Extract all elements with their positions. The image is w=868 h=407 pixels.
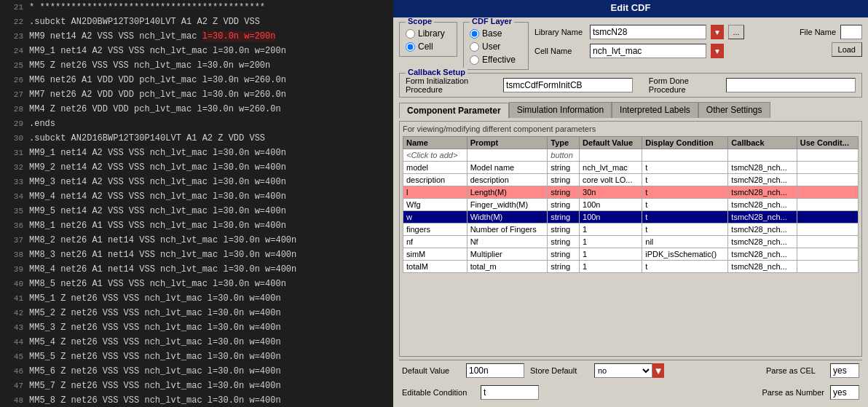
store-default-label: Store Default	[530, 366, 588, 375]
code-panel: 21* ************************************…	[0, 0, 393, 407]
form-init-label: Form Initialization Procedure	[406, 76, 496, 94]
code-line: 26MM6 net26 A1 VDD VDD pch_lvt_mac l=30.…	[0, 73, 393, 87]
table-row[interactable]: modelModel namestringnch_lvt_macttsmcN28…	[403, 162, 859, 174]
col-name[interactable]: Name	[403, 137, 467, 149]
col-use[interactable]: Use Condit...	[797, 137, 858, 149]
code-line: 28MM4 Z net26 VDD VDD pch_lvt_mac l=30.0…	[0, 102, 393, 116]
form-done-input[interactable]	[726, 78, 856, 92]
code-line: 39MM8_4 net26 A1 net14 VSS nch_lvt_mac l…	[0, 262, 393, 277]
store-default-select[interactable]: no yes	[594, 363, 652, 378]
parse-number-value[interactable]	[830, 385, 859, 400]
table-row[interactable]: lLength(M)string30nttsmcN28_nch...	[403, 186, 859, 199]
edit-panel: Edit CDF Scope Library Cell CDF Layer	[393, 0, 868, 407]
code-line: 43MM5_3 Z net26 VSS VSS nch_lvt_mac l=30…	[0, 320, 393, 335]
code-line: 34MM9_4 net14 A2 VSS VSS nch_lvt_mac l=3…	[0, 189, 393, 204]
cell-name-label: Cell Name	[534, 47, 585, 55]
default-value-input[interactable]	[466, 363, 524, 378]
parse-cel-label: Parse as CEL	[766, 366, 824, 375]
code-line: 25MM5 Z net26 VSS VSS nch_lvt_mac l=30.0…	[0, 58, 393, 73]
lib-name-input[interactable]	[590, 25, 706, 39]
code-line: 31MM9_1 net14 A2 VSS VSS nch_lvt_mac l=3…	[0, 146, 393, 160]
col-display[interactable]: Display Condition	[642, 137, 728, 149]
cdf-base-radio[interactable]	[470, 29, 479, 39]
code-line: 24MM9_1 net14 A2 VSS VSS nch_lvt_mac l=3…	[0, 44, 393, 58]
code-line: 32MM9_2 net14 A2 VSS VSS nch_lvt_mac l=3…	[0, 160, 393, 175]
tab-content: For viewing/modifying different componen…	[399, 121, 862, 357]
tab-other-settings[interactable]: Other Settings	[698, 102, 770, 118]
code-line: 45MM5_5 Z net26 VSS VSS nch_lvt_mac l=30…	[0, 349, 393, 364]
default-value-label: Default Value	[402, 366, 460, 375]
col-callback[interactable]: Callback	[728, 137, 797, 149]
code-line: 27MM7 net26 A2 VDD VDD pch_lvt_mac l=30.…	[0, 87, 393, 102]
code-line: 35MM9_5 net14 A2 VSS VSS nch_lvt_mac l=3…	[0, 204, 393, 218]
callback-title: Callback Setup	[406, 68, 467, 76]
code-line: 21* ************************************…	[0, 0, 393, 15]
code-line: 48MM5_8 Z net26 VSS VSS nch_lvt_mac l=30…	[0, 393, 393, 407]
store-default-dropdown-btn[interactable]: ▼	[652, 363, 664, 378]
editable-cond-label: Editable Condition	[402, 388, 475, 397]
editable-cond-input[interactable]	[481, 385, 539, 400]
code-line: 33MM9_3 net14 A2 VSS VSS nch_lvt_mac l=3…	[0, 175, 393, 189]
code-line: 40MM8_5 net26 A1 VSS VSS nch_lvt_mac l=3…	[0, 277, 393, 291]
cdf-effective-radio[interactable]	[470, 55, 479, 65]
code-line: 37MM8_2 net26 A1 net14 VSS nch_lvt_mac l…	[0, 233, 393, 248]
callback-setup: Callback Setup Form Initialization Proce…	[399, 73, 862, 98]
cdf-user-label: User	[482, 42, 500, 52]
param-table: Name Prompt Type Default Value Display C…	[403, 136, 859, 273]
bottom-row2: Editable Condition Parse as Number	[399, 384, 862, 403]
col-type[interactable]: Type	[548, 137, 580, 149]
table-row[interactable]: simMMultiplierstring1iPDK_isSchematic()t…	[403, 248, 859, 261]
table-row[interactable]: WfgFinger_width(M)string100nttsmcN28_nch…	[403, 199, 859, 211]
cdf-effective-label: Effective	[482, 55, 516, 65]
col-prompt[interactable]: Prompt	[467, 137, 548, 149]
code-line: 22.subckt AN2D0BWP12T30P140LVT A1 A2 Z V…	[0, 15, 393, 29]
code-line: 29.ends	[0, 116, 393, 131]
code-line: 47MM5_7 Z net26 VSS VSS nch_lvt_mac l=30…	[0, 379, 393, 393]
bottom-controls: Default Value Store Default no yes ▼ Par…	[399, 360, 862, 381]
title-bar: Edit CDF	[393, 0, 868, 17]
tabs-row: Component Parameter Simulation Informati…	[399, 102, 862, 118]
scope-cell-label: Cell	[418, 42, 433, 52]
scope-group: Scope Library Cell	[399, 22, 457, 57]
scope-title: Scope	[406, 17, 434, 25]
cdf-layer-group: CDF Layer Base User Effective	[463, 22, 529, 70]
title-label: Edit CDF	[611, 2, 651, 13]
table-row[interactable]: descriptiondescriptionstringcore volt LO…	[403, 174, 859, 186]
load-button[interactable]: Load	[832, 42, 862, 57]
form-done-label: Form Done Procedure	[649, 76, 719, 94]
table-row[interactable]: nfNfstring1niltsmcN28_nch...	[403, 236, 859, 248]
cdf-base-label: Base	[482, 28, 502, 39]
scope-cell-radio[interactable]	[406, 42, 415, 52]
code-line: 46MM5_6 Z net26 VSS VSS nch_lvt_mac l=30…	[0, 364, 393, 379]
cell-name-input[interactable]	[590, 44, 706, 58]
table-row[interactable]: wWidth(M)string100nttsmcN28_nch...	[403, 211, 859, 224]
code-line: 41MM5_1 Z net26 VSS VSS nch_lvt_mac l=30…	[0, 291, 393, 306]
tab-interpreted-labels[interactable]: Interpreted Labels	[612, 102, 698, 118]
scope-library-label: Library	[418, 28, 445, 39]
table-row[interactable]: <Click to add>button	[403, 149, 859, 162]
scope-library-radio[interactable]	[406, 29, 415, 39]
code-line: 36MM8_1 net26 A1 VSS VSS nch_lvt_mac l=3…	[0, 218, 393, 233]
table-row[interactable]: fingersNumber of Fingersstring1ttsmcN28_…	[403, 224, 859, 236]
lib-name-dropdown-btn[interactable]: ▼	[711, 25, 724, 39]
tab-subtitle: For viewing/modifying different componen…	[403, 125, 859, 133]
code-line: 42MM5_2 Z net26 VSS VSS nch_lvt_mac l=30…	[0, 306, 393, 320]
form-init-input[interactable]	[503, 78, 633, 92]
parse-cel-value[interactable]	[830, 363, 859, 378]
code-line: 38MM8_3 net26 A1 net14 VSS nch_lvt_mac l…	[0, 248, 393, 262]
file-name-input[interactable]	[840, 25, 862, 39]
col-default[interactable]: Default Value	[580, 137, 642, 149]
tab-component-parameter[interactable]: Component Parameter	[399, 103, 509, 119]
file-name-label: File Name	[800, 28, 836, 36]
code-line: 44MM5_4 Z net26 VSS VSS nch_lvt_mac l=30…	[0, 335, 393, 349]
tab-simulation-information[interactable]: Simulation Information	[509, 102, 612, 118]
code-line: 30.subckt AN2D16BWP12T30P140LVT A1 A2 Z …	[0, 131, 393, 146]
parse-number-label: Parse as Number	[762, 388, 824, 397]
code-line: 23MM9 net14 A2 VSS VSS nch_lvt_mac l=30.…	[0, 29, 393, 44]
lib-name-ellipsis-btn[interactable]: ...	[728, 25, 744, 39]
lib-name-label: Library Name	[534, 28, 585, 36]
cdf-layer-title: CDF Layer	[470, 17, 514, 25]
cdf-user-radio[interactable]	[470, 42, 479, 52]
table-row[interactable]: totalMtotal_mstring1ttsmcN28_nch...	[403, 261, 859, 273]
cell-name-dropdown-btn[interactable]: ▼	[711, 44, 724, 58]
